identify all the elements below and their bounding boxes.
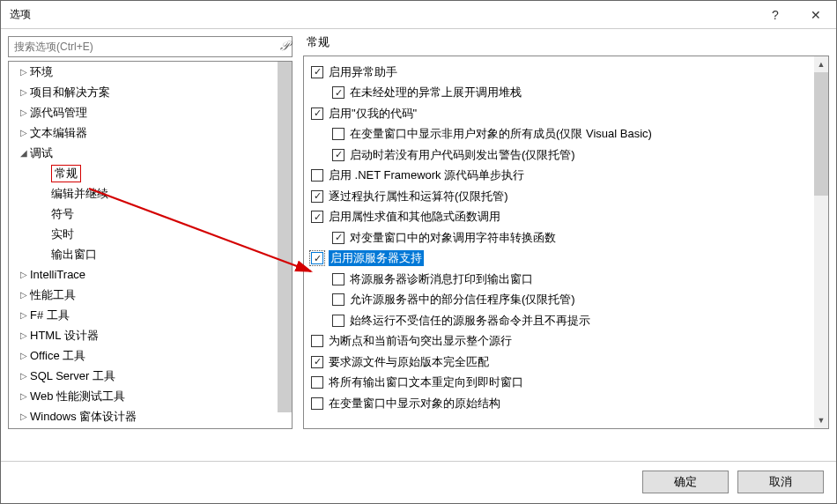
option-row[interactable]: 将所有输出窗口文本重定向到即时窗口 (307, 373, 825, 394)
tree-item[interactable]: ◢调试 (9, 143, 292, 163)
checkbox[interactable]: ✓ (311, 190, 323, 203)
checkbox[interactable]: ✓ (332, 149, 344, 161)
option-label: 启用源服务器支持 (329, 250, 424, 266)
tree-item-label: 常规 (51, 165, 81, 182)
tree-item[interactable]: ▷IntelliTrace (9, 264, 292, 285)
tree-item[interactable]: 实时 (9, 224, 292, 244)
checkbox[interactable] (311, 397, 323, 410)
option-row[interactable]: 始终运行不受信任的源服务器命令并且不再提示 (307, 310, 825, 331)
tree-item[interactable]: 符号 (9, 204, 292, 224)
checkbox[interactable]: ✓ (311, 356, 323, 368)
expander-icon[interactable]: ▷ (18, 411, 30, 421)
tree-item[interactable]: ▷性能工具 (9, 285, 292, 305)
close-button[interactable]: ✕ (796, 1, 836, 28)
expander-icon[interactable]: ▷ (18, 128, 30, 137)
tree-item[interactable]: 常规 (9, 163, 292, 183)
tree-item-label: SQL Server 工具 (30, 368, 115, 384)
titlebar: 选项 ? ✕ (1, 1, 836, 29)
tree-item-label: 源代码管理 (30, 105, 87, 121)
option-label: 对变量窗口中的对象调用字符串转换函数 (350, 230, 556, 246)
option-row[interactable]: 在变量窗口中显示非用户对象的所有成员(仅限 Visual Basic) (307, 124, 825, 145)
expander-icon[interactable]: ▷ (18, 270, 30, 279)
tree-item[interactable]: 编辑并继续 (9, 183, 292, 204)
expander-icon[interactable]: ▷ (18, 391, 30, 401)
tree-item-label: 调试 (30, 145, 53, 161)
expander-icon[interactable]: ▷ (18, 290, 30, 300)
tree-item[interactable]: ▷SQL Server 工具 (9, 366, 292, 386)
checkbox[interactable]: ✓ (332, 232, 344, 244)
tree-item[interactable]: 输出窗口 (9, 244, 292, 264)
options-scrollbar-thumb[interactable] (814, 72, 828, 196)
expander-icon[interactable]: ▷ (18, 330, 30, 340)
option-row[interactable]: ✓逐过程执行属性和运算符(仅限托管) (307, 186, 825, 207)
option-label: 在变量窗口中显示对象的原始结构 (329, 396, 500, 411)
tree-item[interactable]: ▷Web 性能测试工具 (9, 386, 292, 406)
option-row[interactable]: ✓启用异常助手 (307, 62, 825, 83)
option-row[interactable]: 允许源服务器中的部分信任程序集(仅限托管) (307, 290, 825, 311)
option-row[interactable]: ✓启用源服务器支持 (307, 248, 825, 270)
checkbox[interactable] (311, 376, 323, 389)
option-row[interactable]: ✓启用属性求值和其他隐式函数调用 (307, 207, 825, 228)
checkbox[interactable]: ✓ (311, 107, 323, 120)
expander-icon[interactable]: ▷ (18, 371, 30, 381)
expander-icon[interactable]: ▷ (18, 310, 30, 320)
checkbox[interactable]: ✓ (311, 66, 323, 78)
scroll-down-icon[interactable]: ▼ (814, 412, 828, 428)
expander-icon[interactable]: ◢ (18, 148, 30, 158)
checkbox[interactable] (332, 128, 344, 140)
tree-item[interactable]: ▷F# 工具 (9, 305, 292, 325)
checkbox[interactable] (332, 315, 344, 327)
tree-item-label: Windows 窗体设计器 (30, 409, 137, 425)
window-title: 选项 (10, 7, 755, 22)
help-button[interactable]: ? (755, 1, 796, 28)
option-label: 在变量窗口中显示非用户对象的所有成员(仅限 Visual Basic) (350, 126, 652, 142)
expander-icon[interactable]: ▷ (18, 87, 30, 97)
tree-item-label: F# 工具 (30, 308, 70, 323)
tree-item[interactable]: ▷包管理器 (9, 426, 292, 428)
tree-item-label: 输出窗口 (51, 247, 97, 263)
option-row[interactable]: 为断点和当前语句突出显示整个源行 (307, 331, 825, 352)
option-label: 允许源服务器中的部分信任程序集(仅限托管) (350, 292, 575, 308)
tree-item[interactable]: ▷文本编辑器 (9, 122, 292, 143)
checkbox[interactable] (311, 169, 323, 182)
tree-scroll[interactable]: ▷环境▷项目和解决方案▷源代码管理▷文本编辑器◢调试常规编辑并继续符号实时输出窗… (9, 62, 292, 428)
tree-scrollbar-thumb[interactable] (278, 62, 292, 412)
tree-item[interactable]: ▷Office 工具 (9, 345, 292, 366)
checkbox[interactable] (311, 335, 323, 347)
option-row[interactable]: ✓启用"仅我的代码" (307, 103, 825, 124)
ok-button[interactable]: 确定 (642, 471, 729, 493)
tree-item-label: 编辑并继续 (51, 186, 108, 202)
search-input[interactable] (8, 36, 293, 57)
tree-item[interactable]: ▷源代码管理 (9, 102, 292, 122)
option-row[interactable]: ✓在未经处理的异常上展开调用堆栈 (307, 83, 825, 104)
expander-icon[interactable]: ▷ (18, 107, 30, 117)
expander-icon[interactable]: ▷ (18, 351, 30, 360)
option-row[interactable]: 将源服务器诊断消息打印到输出窗口 (307, 269, 825, 290)
option-row[interactable]: ✓要求源文件与原始版本完全匹配 (307, 352, 825, 373)
checkbox[interactable]: ✓ (311, 252, 323, 264)
tree-item[interactable]: ▷Windows 窗体设计器 (9, 406, 292, 426)
options-inner[interactable]: ✓启用异常助手✓在未经处理的异常上展开调用堆栈✓启用"仅我的代码"在变量窗口中显… (304, 56, 828, 428)
checkbox[interactable]: ✓ (332, 86, 344, 99)
options-scrollbar[interactable]: ▲ ▼ (814, 56, 828, 428)
tree-item[interactable]: ▷项目和解决方案 (9, 82, 292, 102)
cancel-button[interactable]: 取消 (737, 471, 824, 493)
options-group-title: 常规 (303, 31, 829, 56)
tree-item[interactable]: ▷HTML 设计器 (9, 325, 292, 345)
right-panel: 常规 ✓启用异常助手✓在未经处理的异常上展开调用堆栈✓启用"仅我的代码"在变量窗… (296, 29, 836, 433)
option-row[interactable]: ✓对变量窗口中的对象调用字符串转换函数 (307, 227, 825, 248)
option-row[interactable]: 启用 .NET Framework 源代码单步执行 (307, 166, 825, 187)
left-panel: 𝒫 ▷环境▷项目和解决方案▷源代码管理▷文本编辑器◢调试常规编辑并继续符号实时输… (1, 29, 296, 433)
search-icon[interactable]: 𝒫 (279, 39, 289, 54)
checkbox[interactable] (332, 273, 344, 285)
option-row[interactable]: 在变量窗口中显示对象的原始结构 (307, 393, 825, 414)
option-row[interactable]: ✓启动时若没有用户代码则发出警告(仅限托管) (307, 145, 825, 166)
expander-icon[interactable]: ▷ (18, 67, 30, 77)
option-label: 为断点和当前语句突出显示整个源行 (329, 333, 512, 349)
tree-item[interactable]: ▷环境 (9, 62, 292, 82)
tree-item-label: Web 性能测试工具 (30, 389, 125, 404)
checkbox[interactable]: ✓ (311, 211, 323, 223)
tree-item-label: 文本编辑器 (30, 125, 87, 141)
scroll-up-icon[interactable]: ▲ (814, 56, 828, 72)
checkbox[interactable] (332, 293, 344, 306)
